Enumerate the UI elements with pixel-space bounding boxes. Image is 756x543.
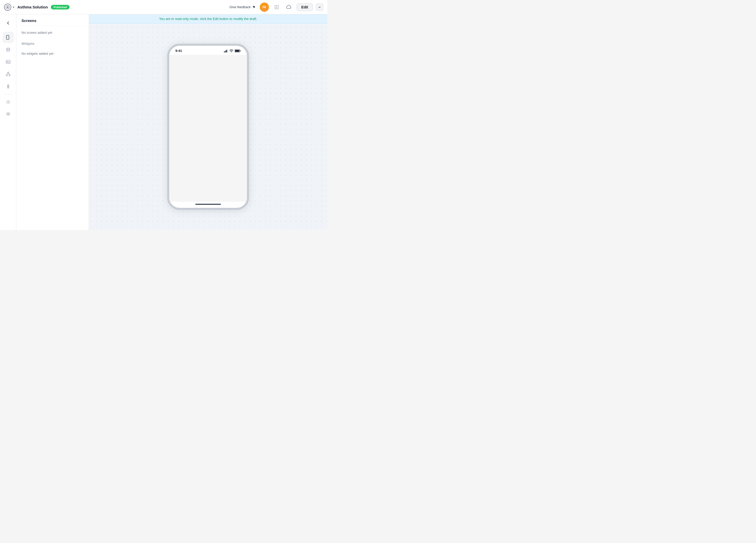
svg-point-26 xyxy=(231,52,232,52)
sidebar-flow-icon[interactable] xyxy=(3,69,14,80)
phone-screen xyxy=(169,55,247,202)
icon-sidebar xyxy=(0,14,16,230)
phone-status-icons xyxy=(224,49,241,52)
phone-home-indicator xyxy=(169,202,247,208)
svg-rect-11 xyxy=(7,36,8,38)
read-only-banner: You are in read-only mode. click the Edi… xyxy=(89,14,327,24)
sidebar-database-icon[interactable] xyxy=(3,44,14,55)
widgets-section: No widgets added yet xyxy=(16,47,89,60)
no-widgets-item: No widgets added yet xyxy=(16,49,89,58)
back-button[interactable] xyxy=(3,17,14,29)
sidebar-divider xyxy=(4,94,12,94)
phone-time: 9:41 xyxy=(175,49,182,53)
svg-rect-22 xyxy=(224,51,225,52)
svg-rect-17 xyxy=(9,75,10,76)
sidebar-screens-icon[interactable] xyxy=(3,32,14,43)
no-screen-item: No screen added yet xyxy=(16,28,89,37)
svg-point-5 xyxy=(276,7,277,7)
phone-status-bar: 9:41 xyxy=(169,46,247,55)
svg-point-20 xyxy=(7,101,9,103)
sidebar-launch-icon[interactable] xyxy=(3,109,14,120)
app-title: Asthma Solution xyxy=(17,5,48,9)
left-panel: Screens No screen added yet Widgets No w… xyxy=(16,14,89,230)
svg-point-8 xyxy=(276,8,277,9)
svg-point-2 xyxy=(276,5,277,6)
svg-rect-28 xyxy=(240,50,241,51)
give-feedback-label: Give feedback xyxy=(229,5,251,9)
read-only-message: You are in read-only mode. click the Edi… xyxy=(159,17,257,21)
screens-header: Screens xyxy=(16,14,89,26)
icon-sidebar-top xyxy=(3,32,14,227)
svg-point-7 xyxy=(275,8,275,9)
give-feedback-button[interactable]: Give feedback ⚑ xyxy=(229,5,255,9)
app-header: ▾ Asthma Solution Published Give feedbac… xyxy=(0,0,327,14)
svg-point-1 xyxy=(275,5,275,6)
svg-rect-15 xyxy=(7,72,9,73)
screens-section: No screen added yet xyxy=(16,26,89,39)
svg-point-4 xyxy=(275,7,275,7)
sidebar-watch-icon[interactable] xyxy=(3,81,14,92)
svg-point-21 xyxy=(8,114,9,115)
svg-rect-24 xyxy=(226,50,227,52)
svg-point-9 xyxy=(278,8,278,9)
sidebar-settings-icon[interactable] xyxy=(3,96,14,108)
canvas-area: 9:41 xyxy=(89,24,327,230)
main-layout: Screens No screen added yet Widgets No w… xyxy=(0,14,327,230)
wifi-icon xyxy=(229,49,233,52)
svg-point-6 xyxy=(278,7,278,7)
svg-point-12 xyxy=(7,48,10,49)
logo-chevron[interactable]: ▾ xyxy=(13,5,14,9)
logo-area: ▾ xyxy=(4,4,14,11)
grid-dots-button[interactable] xyxy=(272,3,281,12)
svg-rect-23 xyxy=(225,51,226,52)
battery-icon xyxy=(235,49,241,52)
edit-button[interactable]: Edit xyxy=(297,3,313,11)
published-badge: Published xyxy=(51,5,70,9)
logo-icon xyxy=(4,4,11,11)
signal-icon xyxy=(224,49,228,52)
sidebar-image-icon[interactable] xyxy=(3,56,14,67)
widgets-label: Widgets xyxy=(16,39,89,47)
home-bar xyxy=(195,204,221,205)
edit-chevron-button[interactable] xyxy=(316,4,323,11)
svg-point-14 xyxy=(7,61,8,62)
main-canvas: You are in read-only mode. click the Edi… xyxy=(89,14,327,230)
svg-point-19 xyxy=(8,86,9,87)
svg-point-3 xyxy=(278,5,278,6)
flag-icon: ⚑ xyxy=(252,5,256,9)
svg-rect-29 xyxy=(235,50,239,52)
phone-mockup: 9:41 xyxy=(167,44,249,210)
user-avatar[interactable]: Hi xyxy=(260,3,269,12)
svg-rect-16 xyxy=(6,75,7,76)
svg-rect-25 xyxy=(228,49,228,52)
cloud-button[interactable] xyxy=(284,3,294,12)
